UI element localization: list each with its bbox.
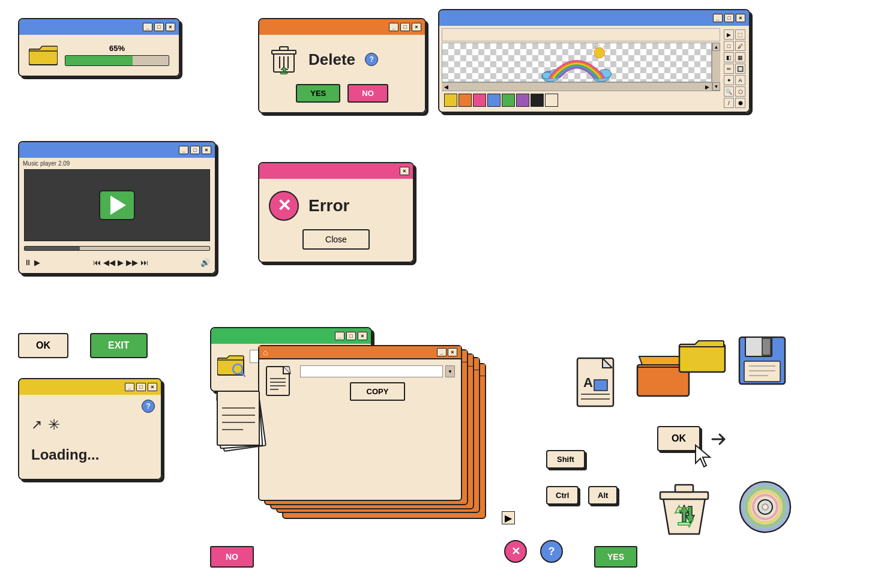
delete-minimize[interactable]: _ [389,23,398,31]
document-floating: A [576,357,624,416]
text-tool[interactable]: A [735,75,745,85]
loading-maximize[interactable]: □ [136,383,146,391]
next-btn[interactable]: ⏭ [140,258,148,267]
music-close[interactable]: × [202,146,211,154]
music-main [24,169,210,241]
color-yellow[interactable] [444,94,457,107]
search-close[interactable]: × [358,332,367,340]
svg-rect-38 [594,380,607,391]
play-btn-mid[interactable]: ▶ [118,258,124,267]
color-pink[interactable] [473,94,486,107]
yes-bottom-button[interactable]: YES [594,546,637,568]
fill-tool[interactable]: 🖊 [735,41,745,51]
pencil-tool[interactable]: ✏ [724,64,734,74]
delete-maximize[interactable]: □ [400,23,410,31]
delete-close[interactable]: × [412,23,421,31]
paint-vscrollbar[interactable]: ▲ ▼ [712,43,720,91]
stacked-close[interactable]: × [448,348,457,356]
error-content: ✕ Error [269,191,403,221]
error-x-icon: ✕ [277,197,291,214]
paint-maximize[interactable]: □ [724,14,734,22]
color-blue[interactable] [487,94,501,107]
music-minimize[interactable]: _ [179,146,188,154]
loading-minimize[interactable]: _ [125,383,134,391]
play-small-button[interactable]: ▶ [502,511,515,524]
loading-wincontrols: _ □ × [125,383,157,391]
volume-icon[interactable]: 🔊 [200,258,210,267]
eraser-tool[interactable]: □ [724,41,734,51]
color-green[interactable] [502,94,515,107]
color-purple[interactable] [516,94,529,107]
rew-btn[interactable]: ◀◀ [103,258,115,267]
rect-tool[interactable]: / [724,98,734,108]
search-minimize[interactable]: _ [335,332,344,340]
close-button[interactable]: Close [302,229,370,250]
no-bottom-button[interactable]: NO [210,546,254,568]
stacked-dropdown[interactable]: ▼ [445,365,455,377]
curve-tool[interactable]: ⬡ [735,86,745,97]
paint-canvas[interactable] [442,43,712,82]
error-close-btn[interactable]: × [400,167,409,175]
arrow-right-icon [711,432,729,446]
loading-help-btn[interactable]: ? [142,400,155,413]
no-button[interactable]: NO [347,84,388,103]
color-black[interactable] [531,94,544,107]
copy-button[interactable]: COPY [350,382,406,401]
music-maximize[interactable]: □ [190,146,200,154]
pink-x-button[interactable]: ✕ [504,540,527,563]
play-button-big[interactable] [99,190,135,220]
fwd-btn[interactable]: ▶▶ [126,258,138,267]
polygon-tool[interactable]: ⬢ [735,98,745,108]
svg-rect-42 [679,344,725,372]
prev-btn[interactable]: ⏮ [93,258,101,267]
loading-close[interactable]: × [148,383,157,391]
help-btn-delete[interactable]: ? [365,53,378,66]
music-window: _ □ × Music player 2.09 ⏸ ▶ ⏮ ◀◀ ▶ [18,141,216,274]
delete-window: _ □ × Delete ? YES NO [258,18,426,113]
brush-tool[interactable]: 🔲 [735,64,745,74]
search-maximize[interactable]: □ [346,332,356,340]
paint-close[interactable]: × [736,14,745,22]
line-tool[interactable]: 🔍 [724,86,734,97]
ctrl-key[interactable]: Ctrl [546,486,579,505]
progress-window: _ □ × 65% [18,18,180,77]
play-btn-small[interactable]: ▶ [34,258,40,267]
hscroll-left[interactable]: ◀ [442,84,451,90]
color-orange[interactable] [459,94,472,107]
vscroll-down[interactable]: ▼ [712,82,720,91]
doc-floating-svg: A [576,357,624,414]
hscroll-right[interactable]: ▶ [703,84,712,90]
picker-tool[interactable]: ◧ [724,52,734,62]
vscroll-up[interactable]: ▲ [712,43,720,51]
svg-rect-31 [217,391,259,445]
paint-hscrollbar[interactable]: ◀ ▶ [442,82,712,91]
airbrush-tool[interactable]: ✦ [724,75,734,85]
exit-button[interactable]: EXIT [90,333,148,358]
ok-standalone-button[interactable]: OK [18,333,68,358]
select2-tool[interactable]: ⬚ [735,29,745,40]
yes-button[interactable]: YES [296,84,340,103]
stacked-front-bar: ⌂ _ × [259,346,461,359]
blue-question-button[interactable]: ? [540,540,563,563]
alt-key[interactable]: Alt [588,486,618,505]
pause-btn[interactable]: ⏸ [24,258,32,267]
shift-key[interactable]: Shift [546,450,585,469]
music-seek-bar[interactable] [24,246,210,251]
svg-rect-3 [280,47,288,50]
delete-content: Delete ? [269,44,415,74]
playback-controls-left: ⏸ ▶ [24,258,40,267]
shift-key-label: Shift [557,455,574,464]
close-btn[interactable]: × [166,23,175,31]
stacked-minimize[interactable]: _ [437,348,447,356]
svg-rect-51 [675,485,693,492]
paint-minimize[interactable]: _ [713,14,723,22]
stacked-text-input[interactable] [300,365,443,377]
music-titlebar: _ □ × [19,142,215,158]
select-tool[interactable]: ▶ [724,29,734,40]
minimize-btn[interactable]: _ [143,23,152,31]
maximize-btn[interactable]: □ [154,23,164,31]
zoom-tool[interactable]: ▦ [735,52,745,62]
paint-wincontrols: _ □ × [713,14,745,22]
music-controls: _ □ × [179,146,211,154]
color-cream[interactable] [545,94,558,107]
